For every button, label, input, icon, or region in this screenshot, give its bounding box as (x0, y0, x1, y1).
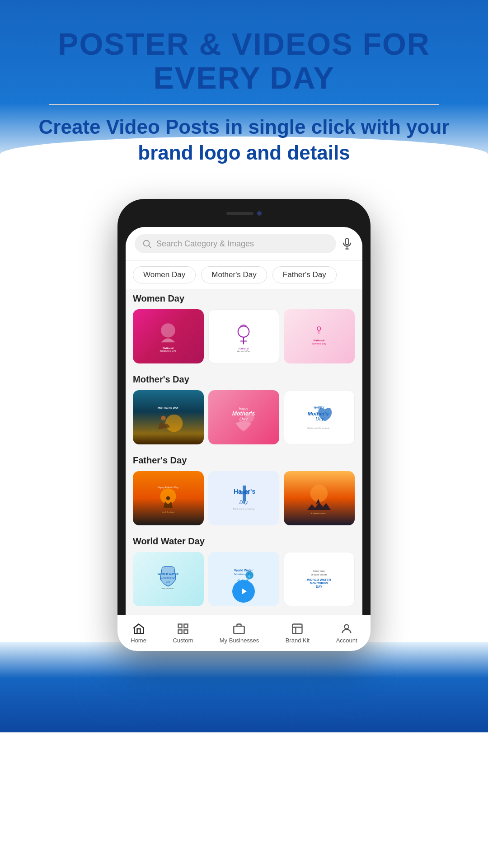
md3-graphic: HAPPY Mother's Day Mothers are the great… (303, 401, 335, 433)
bottom-nav: Home Custom (126, 615, 362, 643)
svg-text:♀: ♀ (314, 321, 325, 338)
section-title-women-day: Women Day (133, 293, 355, 304)
section-title-fathers-day: Father's Day (133, 455, 355, 466)
ww1-graphic: WORLD WATER MONITORING DAY Let's conserv… (152, 563, 184, 595)
home-icon (132, 623, 145, 635)
svg-point-62 (75, 651, 148, 723)
svg-point-38 (310, 485, 328, 502)
card-md-2[interactable]: Happy Mother's Day (208, 390, 279, 444)
card-wd-2[interactable]: National Women's Day (208, 309, 279, 363)
bottom-pattern (0, 642, 488, 732)
svg-text:DAY: DAY (166, 580, 171, 583)
svg-text:A father's impact...: A father's impact... (311, 512, 328, 514)
svg-rect-58 (178, 630, 182, 633)
svg-line-69 (81, 642, 127, 717)
bottom-section (0, 642, 488, 732)
svg-rect-59 (184, 630, 188, 633)
cards-row-fathers-day: Happy Father's Day to all the dads Ha (133, 471, 355, 525)
section-women-day: Women Day National WOMEN'S DAY (133, 293, 355, 363)
svg-text:National: National (314, 339, 324, 342)
svg-point-64 (307, 642, 398, 717)
svg-point-0 (144, 241, 150, 246)
search-placeholder: Search Category & Images (156, 239, 329, 249)
svg-point-18 (161, 416, 166, 421)
nav-home-label: Home (131, 637, 146, 643)
nav-brand-kit[interactable]: Brand Kit (286, 623, 310, 643)
title-divider (49, 104, 439, 105)
category-pills: Women Day Mother's Day Father's Day (126, 261, 362, 289)
svg-marker-50 (242, 588, 247, 594)
section-title-mothers-day: Mother's Day (133, 374, 355, 385)
svg-point-23 (245, 413, 254, 422)
svg-point-8 (238, 326, 249, 337)
notch-speaker (226, 212, 253, 215)
pill-women-day[interactable]: Women Day (133, 266, 196, 283)
svg-point-63 (117, 678, 166, 726)
svg-text:Women's Day: Women's Day (237, 350, 251, 352)
wd3-graphic: ♀ National Women's Day (303, 321, 335, 352)
section-fathers-day: Father's Day Happy Father's Day t (133, 455, 355, 525)
card-wd-1[interactable]: National WOMEN'S DAY (133, 309, 204, 363)
card-wd-3[interactable]: ♀ National Women's Day (284, 309, 355, 363)
nav-account-label: Account (336, 637, 357, 643)
svg-text:MOTHER'S DAY: MOTHER'S DAY (158, 406, 178, 409)
nav-home[interactable]: Home (131, 623, 146, 643)
card-ww-1[interactable]: WORLD WATER MONITORING DAY Let's conserv… (133, 552, 204, 606)
fd2-graphic: Ha er's Day Thank you for everything (228, 482, 259, 514)
card-ww-2[interactable]: World Water Monitoring Day 💧 SAVE Water (208, 552, 279, 606)
wd2-graphic: National Women's Day (228, 321, 259, 352)
screen-content[interactable]: Search Category & Images Women Day Mothe… (126, 227, 362, 643)
search-bar: Search Category & Images (126, 227, 362, 261)
nav-my-businesses[interactable]: My Businesses (220, 623, 259, 643)
notch-camera (257, 211, 262, 216)
card-md-1[interactable]: MOTHER'S DAY (133, 390, 204, 444)
search-input-wrap[interactable]: Search Category & Images (135, 234, 336, 253)
custom-icon (177, 623, 189, 635)
play-icon (239, 587, 248, 596)
svg-text:to all the dads: to all the dads (162, 511, 175, 513)
svg-text:Happy: Happy (239, 407, 249, 410)
card-ww-3[interactable]: Every drop of water counts WORLD WATER M… (284, 552, 355, 606)
svg-rect-2 (346, 238, 349, 245)
play-button[interactable] (232, 580, 255, 603)
search-icon (142, 239, 152, 249)
nav-custom[interactable]: Custom (173, 623, 193, 643)
md2-graphic: Happy Mother's Day (228, 401, 259, 433)
svg-text:Day: Day (239, 500, 248, 505)
svg-text:Mothers are the greatest...: Mothers are the greatest... (308, 427, 331, 429)
svg-text:MONITORING: MONITORING (310, 581, 328, 585)
svg-text:World Water: World Water (235, 569, 253, 572)
card-md-3[interactable]: HAPPY Mother's Day Mothers are the great… (284, 390, 355, 444)
content-area: Women Day National WOMEN'S DAY (126, 289, 362, 643)
mic-icon[interactable] (341, 237, 353, 250)
svg-point-29 (166, 496, 170, 500)
svg-text:National: National (163, 346, 174, 349)
nav-custom-label: Custom (173, 637, 193, 643)
nav-account[interactable]: Account (336, 623, 357, 643)
svg-point-65 (292, 687, 352, 732)
account-icon (340, 623, 353, 635)
svg-line-1 (149, 245, 151, 248)
card-fd-2[interactable]: Ha er's Day Thank you for everything (208, 471, 279, 525)
phone-mockup: Search Category & Images Women Day Mothe… (0, 199, 488, 651)
svg-text:WOMEN'S DAY: WOMEN'S DAY (160, 349, 177, 352)
brand-kit-icon (291, 623, 304, 635)
svg-text:MONITORING: MONITORING (160, 577, 176, 580)
fd1-graphic: Happy Father's Day to all the dads (152, 482, 184, 514)
ww3-graphic: Every drop of water counts WORLD WATER M… (303, 563, 335, 595)
pill-fathers-day[interactable]: Father's Day (272, 266, 337, 283)
pill-mothers-day[interactable]: Mother's Day (201, 266, 267, 283)
svg-text:Every drop: Every drop (314, 570, 325, 572)
svg-rect-57 (184, 624, 188, 628)
nav-brand-kit-label: Brand Kit (286, 637, 310, 643)
svg-text:Happy Father's Day: Happy Father's Day (158, 486, 179, 489)
card-fd-3[interactable]: A father's impact... (284, 471, 355, 525)
card-fd-1[interactable]: Happy Father's Day to all the dads (133, 471, 204, 525)
svg-text:Women's Day: Women's Day (312, 342, 327, 345)
phone-notch-bar (126, 207, 362, 225)
svg-line-66 (81, 657, 172, 687)
svg-text:Let's conserve...: Let's conserve... (161, 587, 176, 590)
page-main-title: POSTER & VIDEOS FOR EVERY DAY (0, 27, 488, 95)
cards-row-world-water-day: WORLD WATER MONITORING DAY Let's conserv… (133, 552, 355, 606)
my-businesses-icon (233, 623, 245, 635)
